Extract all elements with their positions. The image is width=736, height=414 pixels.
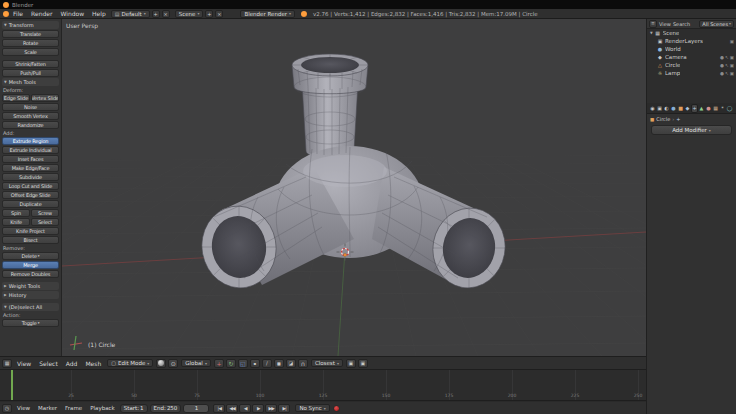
menu-mesh[interactable]: Mesh — [85, 360, 101, 367]
outliner-row-scene[interactable]: ▼▦Scene — [647, 29, 736, 37]
add-scene-button[interactable]: + — [205, 10, 213, 18]
menu-select[interactable]: Select — [39, 360, 58, 367]
menu-frame[interactable]: Frame — [65, 405, 82, 411]
add-modifier-button[interactable]: Add Modifier ▾ — [651, 125, 732, 135]
visible-toggle-icon[interactable]: ● — [720, 71, 724, 76]
panel-header-de-select-all[interactable]: ▼(De)select All — [2, 303, 59, 311]
menu-add[interactable]: Add — [66, 360, 78, 367]
outliner-row-camera[interactable]: ◆Camera●↖▣ — [647, 53, 736, 61]
tool-button-push-pull[interactable]: Push/Pull — [2, 69, 59, 77]
render-engine-dropdown[interactable]: Blender Render ▾ — [240, 10, 295, 18]
outliner-editor-type-button[interactable]: ≡ — [649, 20, 657, 28]
select-mode-vertex-button[interactable]: ▪ — [250, 359, 260, 368]
select-mode-face-button[interactable]: ■ — [274, 359, 284, 368]
unlink-layout-button[interactable]: × — [162, 10, 170, 18]
render-toggle-icon[interactable]: ▣ — [730, 63, 734, 68]
visible-toggle-icon[interactable]: ● — [720, 55, 724, 60]
tool-button-loop-cut-and-slide[interactable]: Loop Cut and Slide — [2, 182, 59, 190]
tool-button-bisect[interactable]: Bisect — [2, 236, 59, 244]
manipulator-translate-button[interactable]: + — [214, 359, 224, 368]
menu-help[interactable]: Help — [92, 10, 106, 17]
editor-type-button[interactable]: ▦ — [2, 359, 12, 368]
menu-timeline-view[interactable]: View — [17, 405, 30, 411]
transform-orientation-dropdown[interactable]: Global ▾ — [181, 359, 211, 367]
unlink-scene-button[interactable]: × — [215, 10, 223, 18]
properties-tab-world[interactable]: ● — [670, 104, 677, 113]
jump-prev-keyframe-button[interactable]: ◀◀ — [226, 404, 238, 413]
snap-toggle-button[interactable]: ∩ — [298, 359, 308, 368]
jump-to-end-button[interactable]: ▶| — [278, 404, 290, 413]
manipulator-rotate-button[interactable]: ↻ — [226, 359, 236, 368]
panel-header-weight-tools[interactable]: ▶Weight Tools — [2, 282, 59, 290]
snap-target-dropdown[interactable]: Closest ▾ — [311, 359, 343, 367]
sync-dropdown[interactable]: No Sync ▾ — [295, 404, 330, 412]
tool-button-delete[interactable]: Delete▾ — [2, 252, 59, 260]
menu-marker[interactable]: Marker — [38, 405, 57, 411]
tool-button-shrink-fatten[interactable]: Shrink/Fatten — [2, 60, 59, 68]
limit-selection-visible-button[interactable]: ◪ — [286, 359, 296, 368]
tool-button-spin[interactable]: Spin — [2, 209, 30, 217]
menu-render[interactable]: Render — [31, 10, 52, 17]
tool-button-randomize[interactable]: Randomize — [2, 121, 59, 129]
frame-end-field[interactable]: End: 250 — [150, 404, 182, 413]
blender-menu-icon[interactable] — [3, 11, 9, 17]
opengl-render-button[interactable]: ▣ — [346, 359, 356, 368]
tool-button-scale[interactable]: Scale — [2, 48, 59, 56]
tool-button-inset-faces[interactable]: Inset Faces — [2, 155, 59, 163]
play-button[interactable]: ▶ — [252, 404, 264, 413]
opengl-render-anim-button[interactable]: ▣ — [358, 359, 368, 368]
screen-layout-dropdown[interactable]: ▤ Default ▾ — [111, 10, 150, 18]
scene-dropdown[interactable]: Scene ▾ — [175, 10, 204, 18]
visible-toggle-icon[interactable]: ● — [720, 63, 724, 68]
pivot-center-dropdown[interactable]: ⊙ — [168, 359, 178, 368]
tool-button-knife[interactable]: Knife — [2, 218, 30, 226]
tool-button-rotate[interactable]: Rotate — [2, 39, 59, 47]
manipulator-scale-button[interactable]: ◱ — [238, 359, 248, 368]
selectable-toggle-icon[interactable]: ↖ — [725, 63, 729, 68]
outliner-row-lamp[interactable]: ☼Lamp●↖▣ — [647, 69, 736, 77]
triangle-down-icon[interactable]: ▼ — [650, 31, 653, 35]
tool-button-subdivide[interactable]: Subdivide — [2, 173, 59, 181]
menu-outliner-search[interactable]: Search — [673, 21, 690, 27]
timeline-editor-type-button[interactable]: ◷ — [2, 404, 12, 413]
properties-tab-render[interactable]: ◉ — [649, 104, 656, 113]
menu-playback[interactable]: Playback — [90, 405, 115, 411]
tool-button-select[interactable]: Select — [31, 218, 59, 226]
properties-tab-scene[interactable]: ◐ — [663, 104, 670, 113]
outliner-row-renderlayers[interactable]: ▣RenderLayers▣ — [647, 37, 736, 45]
frame-start-field[interactable]: Start: 1 — [120, 404, 148, 413]
render-toggle-icon[interactable]: ▣ — [730, 71, 734, 76]
render-toggle-icon[interactable]: ▣ — [730, 39, 734, 44]
properties-tab-texture[interactable]: ▦ — [712, 104, 719, 113]
tool-button-extrude-individual[interactable]: Extrude Individual — [2, 146, 59, 154]
tool-button-merge[interactable]: Merge — [2, 261, 59, 269]
tool-button-knife-project[interactable]: Knife Project — [2, 227, 59, 235]
tool-button-toggle[interactable]: Toggle▾ — [2, 319, 59, 327]
properties-tab-particles[interactable]: * — [719, 104, 726, 113]
add-layout-button[interactable]: + — [152, 10, 160, 18]
properties-tab-object[interactable]: ■ — [677, 104, 684, 113]
jump-to-start-button[interactable]: |◀ — [213, 404, 225, 413]
tool-button-make-edge-face[interactable]: Make Edge/Face — [2, 164, 59, 172]
menu-window[interactable]: Window — [60, 10, 84, 17]
tool-button-smooth-vertex[interactable]: Smooth Vertex — [2, 112, 59, 120]
properties-tab-constraints[interactable]: ◆ — [684, 104, 691, 113]
tool-button-translate[interactable]: Translate — [2, 30, 59, 38]
current-frame-field[interactable]: 1 — [183, 404, 209, 413]
viewport-canvas[interactable] — [62, 19, 646, 356]
tool-button-noise[interactable]: Noise — [2, 103, 59, 111]
properties-tab-modifiers[interactable]: + — [691, 104, 698, 113]
viewport-3d[interactable]: User Persp (1) Circle — [62, 19, 646, 356]
properties-tab-render-layers[interactable]: ▣ — [656, 104, 663, 113]
tool-button-vertex-slide[interactable]: Vertex Slide — [31, 94, 59, 102]
tool-button-remove-doubles[interactable]: Remove Doubles — [2, 270, 59, 278]
tool-button-extrude-region[interactable]: Extrude Region — [2, 137, 59, 145]
timeline-canvas[interactable]: 255075100125150175200225250 — [0, 370, 646, 401]
panel-header-transform[interactable]: ▼Transform — [2, 21, 59, 29]
tool-button-offset-edge-slide[interactable]: Offset Edge Slide — [2, 191, 59, 199]
tool-button-edge-slide[interactable]: Edge Slide — [2, 94, 30, 102]
play-reverse-button[interactable]: ◀ — [239, 404, 251, 413]
menu-view[interactable]: View — [17, 360, 31, 367]
properties-tab-material[interactable]: ● — [705, 104, 712, 113]
mode-dropdown[interactable]: ▢ Edit Mode ▾ — [107, 359, 153, 367]
